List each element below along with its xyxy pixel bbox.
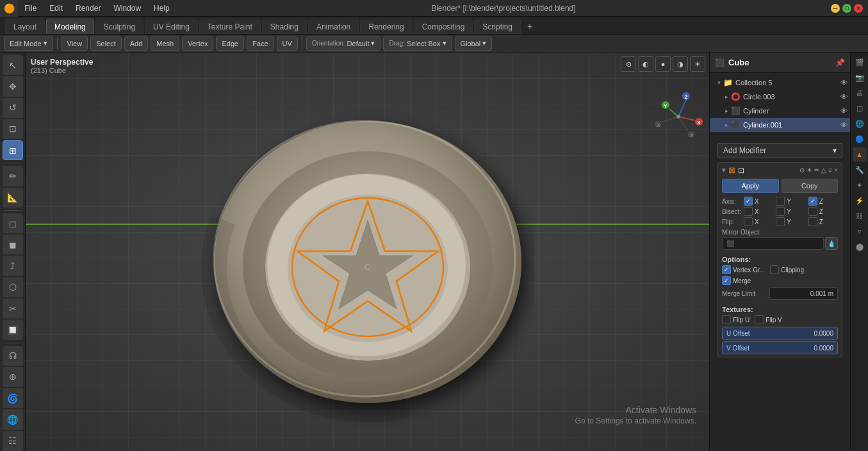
physics-icon[interactable]: ⚡ (853, 193, 867, 208)
copy-button[interactable]: Copy (782, 179, 839, 193)
merge-checkbox[interactable]: ✓ (722, 276, 731, 285)
visibility-icon[interactable]: 👁 (840, 121, 848, 129)
add-workspace-tab[interactable]: + (522, 19, 537, 34)
tool-loop-cut[interactable]: ✂ (3, 299, 23, 318)
axis-y-checkbox[interactable] (776, 197, 785, 206)
mesh-button[interactable]: Mesh (151, 37, 179, 51)
drag-selector[interactable]: Drag: Select Box▾ (383, 37, 452, 51)
data-icon[interactable]: ▿ (853, 224, 867, 238)
output-icon[interactable]: 🖨 (853, 86, 867, 100)
axis-z-checkbox[interactable]: ✓ (808, 197, 817, 206)
tab-rendering[interactable]: Rendering (360, 19, 412, 34)
close-button[interactable]: × (854, 4, 863, 13)
world-icon[interactable]: 🔵 (853, 132, 867, 146)
view-button[interactable]: View (61, 37, 88, 51)
view-layer-icon[interactable]: ◫ (853, 101, 867, 115)
bisect-y-checkbox[interactable] (776, 207, 785, 216)
add-button[interactable]: Add (124, 37, 149, 51)
flip-y-checkbox[interactable] (776, 217, 785, 226)
tool-inset[interactable]: ⤴ (3, 256, 23, 275)
menu-render[interactable]: Render (69, 0, 107, 17)
tool-cube-add[interactable]: ◻ (3, 213, 23, 233)
menu-edit[interactable]: Edit (43, 0, 69, 17)
modifier-cage-icon[interactable]: △ (821, 167, 826, 174)
modifier-render-icon[interactable]: ☀ (807, 167, 812, 174)
tool-shrink[interactable]: ☷ (3, 431, 23, 451)
tab-animation[interactable]: Animation (308, 19, 359, 34)
menu-file[interactable]: File (18, 0, 43, 17)
tool-annotate[interactable]: ✏ (3, 166, 23, 186)
properties-pin-button[interactable]: 📌 (835, 58, 845, 67)
navigation-gizmo[interactable]: Z X Y -X -Y (653, 91, 704, 142)
modifier-collapse-arrow[interactable]: ▾ (722, 166, 726, 174)
scene-props-icon[interactable]: 🌐 (853, 117, 867, 131)
tool-poly-build[interactable]: ☊ (3, 346, 23, 366)
mirror-object-eyedropper[interactable]: 💧 (825, 237, 838, 250)
minimize-button[interactable]: ─ (831, 4, 840, 13)
v-offset-input[interactable]: V Offset 0.0000 (722, 341, 838, 354)
menu-help[interactable]: Help (147, 0, 176, 17)
modifier-move-icon[interactable]: ≡ (828, 167, 832, 174)
tool-rotate[interactable]: ↺ (3, 98, 23, 118)
axis-x-checkbox[interactable]: ✓ (744, 197, 753, 206)
tab-shading[interactable]: Shading (262, 19, 307, 34)
tool-extrude[interactable]: ◼ (3, 234, 23, 254)
visibility-icon[interactable]: 👁 (840, 107, 848, 115)
flip-z-checkbox[interactable] (808, 217, 817, 226)
modifier-realtime-icon[interactable]: ⊙ (799, 167, 805, 174)
flip-u-checkbox[interactable] (722, 315, 731, 324)
tab-texture-paint[interactable]: Texture Paint (199, 19, 261, 34)
tab-modeling[interactable]: Modeling (46, 19, 94, 34)
render-icon[interactable]: 📷 (853, 70, 867, 85)
constraints-icon[interactable]: ⛓ (853, 209, 867, 223)
modifier-close-icon[interactable]: × (834, 167, 838, 174)
overlay-button[interactable]: ⊙ (621, 56, 636, 72)
add-modifier-button[interactable]: Add Modifier ▾ (717, 143, 842, 158)
rendered-view-button[interactable]: ☀ (690, 56, 705, 72)
tab-layout[interactable]: Layout (5, 19, 45, 34)
face-button[interactable]: Face (247, 37, 274, 51)
tab-uv-editing[interactable]: UV Editing (145, 19, 198, 34)
clipping-checkbox[interactable] (770, 265, 779, 274)
visibility-icon[interactable]: 👁 (840, 79, 848, 86)
tab-scripting[interactable]: Scripting (474, 19, 521, 34)
u-offset-input[interactable]: U Offset 0.0000 (722, 327, 838, 340)
material-icon[interactable]: ⬤ (853, 240, 867, 254)
tree-item-circle003[interactable]: ▸ ⭕ Circle.003 👁 (710, 90, 850, 104)
mirror-object-input[interactable]: ⬛ (722, 237, 824, 250)
modifier-edit-icon[interactable]: ✏ (814, 167, 819, 174)
flip-v-checkbox[interactable] (755, 315, 764, 324)
scene-icon[interactable]: 🎬 (853, 55, 867, 69)
tool-cursor[interactable]: ↖ (3, 55, 23, 75)
tool-sphere[interactable]: 🌐 (3, 409, 23, 429)
maximize-button[interactable]: □ (842, 4, 851, 13)
solid-view-button[interactable]: ● (655, 56, 671, 72)
bisect-z-checkbox[interactable] (808, 207, 817, 216)
3d-viewport[interactable]: User Perspective (213) Cube Z X Y -X (26, 53, 709, 451)
orientation-selector[interactable]: Orientation: Default▾ (306, 37, 381, 51)
tree-item-cylinder001[interactable]: ▸ ⬛ Cylinder.001 👁 (710, 118, 850, 132)
tool-knife[interactable]: 🔲 (3, 320, 23, 340)
uv-button[interactable]: UV (277, 37, 298, 51)
tool-smooth[interactable]: 🌀 (3, 388, 23, 408)
tree-item-collection5[interactable]: ▾ 📁 Collection 5 👁 (710, 76, 850, 90)
tab-sculpting[interactable]: Sculpting (95, 19, 143, 34)
merge-limit-input[interactable]: 0.001 m (769, 287, 838, 300)
tool-measure[interactable]: 📐 (3, 188, 23, 208)
menu-window[interactable]: Window (107, 0, 147, 17)
tree-item-cylinder[interactable]: ▸ ⬛ Cylinder 👁 (710, 104, 850, 118)
vertex-groups-checkbox[interactable]: ✓ (722, 265, 731, 274)
tab-compositing[interactable]: Compositing (414, 19, 473, 34)
object-icon[interactable]: ▲ (853, 147, 867, 161)
tool-move[interactable]: ✥ (3, 76, 23, 96)
tool-transform[interactable]: ⊞ (3, 140, 23, 160)
flip-x-checkbox[interactable] (744, 217, 753, 226)
particles-icon[interactable]: ✦ (853, 178, 867, 192)
bisect-x-checkbox[interactable] (744, 207, 753, 216)
edge-button[interactable]: Edge (216, 37, 244, 51)
xray-button[interactable]: ◐ (638, 56, 653, 72)
blender-logo[interactable]: 🟠 (0, 0, 18, 17)
transform-selector[interactable]: Global▾ (455, 37, 493, 51)
apply-button[interactable]: Apply (722, 179, 779, 193)
tool-scale[interactable]: ⊡ (3, 119, 23, 139)
